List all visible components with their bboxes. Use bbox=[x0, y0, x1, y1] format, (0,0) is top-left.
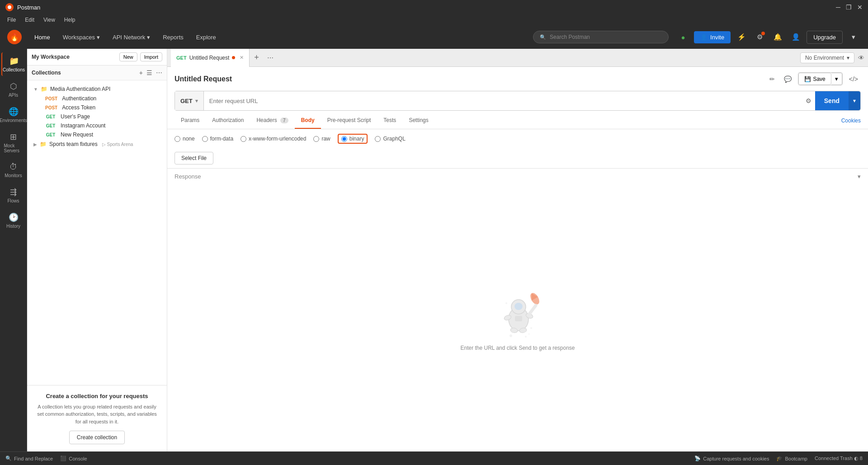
window-controls[interactable]: ─ ❐ ✕ bbox=[836, 4, 863, 11]
tab-body[interactable]: Body bbox=[295, 113, 321, 129]
console-button[interactable]: ⬛ Console bbox=[60, 456, 87, 461]
tab-headers[interactable]: Headers 7 bbox=[250, 113, 294, 129]
nav-home[interactable]: Home bbox=[29, 31, 56, 43]
cookies-link[interactable]: Cookies bbox=[841, 117, 861, 124]
collection-icon: 📁 bbox=[40, 141, 47, 147]
collections-icon: 📁 bbox=[9, 56, 19, 66]
sidebar-item-apis[interactable]: ⬡ APIs bbox=[1, 78, 26, 101]
apis-icon: ⬡ bbox=[10, 81, 17, 91]
tab-tests[interactable]: Tests bbox=[377, 113, 402, 129]
body-option-urlencoded[interactable]: x-www-form-urlencoded bbox=[241, 136, 306, 142]
collection-item[interactable]: ▼ 📁 Media Authentication API bbox=[31, 84, 163, 94]
request-item-access-token[interactable]: POST Access Token bbox=[31, 103, 163, 112]
settings-icon[interactable]: ⚙ bbox=[752, 30, 767, 44]
sidebar-item-collections[interactable]: 📁 Collections bbox=[1, 52, 26, 76]
request-item-new-request[interactable]: GET New Request bbox=[31, 130, 163, 139]
nav-links: Home Workspaces ▾ API Network ▾ Reports … bbox=[29, 31, 526, 43]
tab-settings[interactable]: Settings bbox=[402, 113, 434, 129]
sidebar-item-history[interactable]: 🕑 History bbox=[1, 209, 26, 232]
tab-pre-request[interactable]: Pre-request Script bbox=[321, 113, 377, 129]
tab-more-options[interactable]: ⋯ bbox=[264, 54, 277, 61]
response-header: Response ▾ bbox=[167, 169, 868, 184]
minimize-button[interactable]: ─ bbox=[836, 4, 840, 11]
chevron-down-icon: ▼ bbox=[33, 87, 38, 92]
find-replace-button[interactable]: 🔍 Find and Replace bbox=[5, 456, 53, 461]
bootcamp-button[interactable]: 🎓 Bootcamp bbox=[776, 456, 807, 461]
sync-icon[interactable]: ● bbox=[676, 30, 690, 44]
sidebar-item-monitors[interactable]: ⏱ Monitors bbox=[1, 159, 26, 182]
collection-name: Media Authentication API bbox=[50, 86, 110, 92]
capture-icon: 📡 bbox=[694, 456, 701, 461]
body-option-form-data[interactable]: form-data bbox=[202, 136, 233, 142]
request-tabs: Params Authorization Headers 7 Body Pre-… bbox=[167, 113, 868, 129]
form-data-label: form-data bbox=[210, 136, 233, 142]
menu-view[interactable]: View bbox=[40, 16, 59, 24]
save-icon: 💾 bbox=[804, 76, 811, 82]
body-option-none[interactable]: none bbox=[175, 136, 195, 142]
menu-file[interactable]: File bbox=[4, 16, 19, 24]
nav-api-network[interactable]: API Network ▾ bbox=[107, 31, 156, 43]
collection-subtitle: ▷ Sports Arena bbox=[102, 142, 133, 147]
tab-untitled-request[interactable]: GET Untitled Request ✕ bbox=[171, 49, 250, 67]
tab-authorization[interactable]: Authorization bbox=[206, 113, 250, 129]
comment-icon[interactable]: 💬 bbox=[781, 74, 794, 85]
body-option-raw[interactable]: raw bbox=[313, 136, 330, 142]
collection-item-sports[interactable]: ▶ 📁 Sports team fixtures ▷ Sports Arena bbox=[31, 139, 163, 149]
tabs-area: GET Untitled Request ✕ + ⋯ No Environmen… bbox=[167, 49, 868, 67]
request-item-users-page[interactable]: GET User's Page bbox=[31, 112, 163, 121]
import-button[interactable]: Import bbox=[140, 52, 162, 61]
sidebar-item-mock-servers[interactable]: ⊞ Mock Servers bbox=[1, 128, 26, 157]
url-input[interactable] bbox=[204, 91, 802, 110]
body-option-graphql[interactable]: GraphQL bbox=[375, 136, 405, 142]
nav-explore[interactable]: Explore bbox=[191, 31, 222, 43]
environment-select[interactable]: No Environment ▾ bbox=[800, 52, 854, 63]
method-select[interactable]: GET ▾ bbox=[175, 91, 204, 110]
astronaut-illustration bbox=[486, 285, 549, 339]
select-file-button[interactable]: Select File bbox=[175, 152, 213, 164]
tab-params[interactable]: Params bbox=[175, 113, 206, 129]
tune-icon[interactable]: ⚙ bbox=[802, 91, 815, 110]
menu-help[interactable]: Help bbox=[61, 16, 79, 24]
code-icon[interactable]: </> bbox=[846, 74, 861, 85]
sidebar-panel: My Workspace New Import Collections + ☰ … bbox=[27, 49, 167, 451]
request-title: Untitled Request bbox=[175, 75, 232, 83]
response-chevron-icon[interactable]: ▾ bbox=[858, 173, 861, 180]
maximize-button[interactable]: ❐ bbox=[846, 4, 852, 11]
avatar-icon[interactable]: 👤 bbox=[788, 30, 803, 44]
capture-requests-button[interactable]: 📡 Capture requests and cookies bbox=[694, 456, 769, 461]
filter-icon[interactable]: ☰ bbox=[146, 69, 152, 76]
menu-edit[interactable]: Edit bbox=[21, 16, 38, 24]
nav-reports[interactable]: Reports bbox=[157, 31, 189, 43]
save-button[interactable]: 💾 Save bbox=[798, 73, 831, 85]
more-options-icon[interactable]: ⋯ bbox=[156, 69, 162, 76]
lightning-icon[interactable]: ⚡ bbox=[734, 30, 749, 44]
sidebar-item-label: History bbox=[6, 224, 20, 229]
close-button[interactable]: ✕ bbox=[857, 4, 863, 11]
sidebar-item-flows[interactable]: ⇶ Flows bbox=[1, 183, 26, 207]
flows-icon: ⇶ bbox=[10, 187, 17, 197]
request-item-instagram[interactable]: GET Instagram Account bbox=[31, 121, 163, 130]
send-dropdown[interactable]: ▾ bbox=[849, 91, 860, 110]
save-dropdown-button[interactable]: ▾ bbox=[831, 73, 842, 85]
body-option-binary[interactable]: binary bbox=[338, 134, 368, 144]
nav-workspaces[interactable]: Workspaces ▾ bbox=[57, 31, 105, 43]
collection-media-auth: ▼ 📁 Media Authentication API POST Authen… bbox=[31, 84, 163, 139]
notification-icon[interactable]: 🔔 bbox=[770, 30, 785, 44]
request-item-authentication[interactable]: POST Authentication bbox=[31, 94, 163, 103]
create-collection-desc: A collection lets you group related requ… bbox=[34, 403, 160, 426]
new-button[interactable]: New bbox=[119, 52, 137, 61]
upgrade-chevron-icon[interactable]: ▾ bbox=[846, 30, 861, 44]
send-button[interactable]: Send bbox=[815, 91, 849, 110]
edit-icon[interactable]: ✏ bbox=[767, 74, 778, 85]
add-collection-icon[interactable]: + bbox=[139, 69, 143, 76]
create-collection-button[interactable]: Create collection bbox=[69, 431, 125, 444]
sidebar-item-environments[interactable]: 🌐 Environments bbox=[1, 103, 26, 127]
tab-close-icon[interactable]: ✕ bbox=[240, 55, 244, 61]
search-bar[interactable]: 🔍 Search Postman bbox=[533, 31, 669, 43]
api-network-chevron-icon: ▾ bbox=[147, 34, 150, 41]
invite-button[interactable]: 👤 Invite bbox=[694, 31, 731, 43]
upgrade-button[interactable]: Upgrade bbox=[807, 31, 843, 44]
eye-button[interactable]: 👁 bbox=[858, 54, 864, 61]
request-name: Instagram Account bbox=[61, 122, 105, 129]
new-tab-button[interactable]: + bbox=[250, 53, 264, 62]
